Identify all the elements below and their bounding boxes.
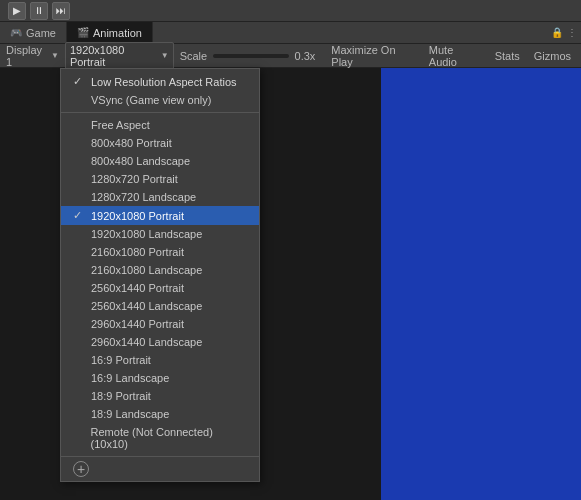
tab-animation-label: Animation: [93, 27, 142, 39]
tab-controls: 🔒 ⋮: [547, 22, 581, 43]
menu-item-2960x1440p-label: 2960x1440 Portrait: [91, 318, 184, 330]
scale-value: 0.3x: [295, 50, 316, 62]
menu-item-2560x1440l[interactable]: 2560x1440 Landscape: [61, 297, 259, 315]
menu-section-options: ✓ Low Resolution Aspect Ratios VSync (Ga…: [61, 69, 259, 113]
menu-item-18-9l[interactable]: 18:9 Landscape: [61, 405, 259, 423]
tab-game[interactable]: 🎮 Game: [0, 22, 67, 43]
play-button[interactable]: ▶: [8, 2, 26, 20]
menu-item-16-9p-label: 16:9 Portrait: [91, 354, 151, 366]
menu-item-16-9l-label: 16:9 Landscape: [91, 372, 169, 384]
step-button[interactable]: ⏭: [52, 2, 70, 20]
menu-item-18-9p[interactable]: 18:9 Portrait: [61, 387, 259, 405]
menu-item-800x480p-label: 800x480 Portrait: [91, 137, 172, 149]
menu-item-18-9l-label: 18:9 Landscape: [91, 408, 169, 420]
menu-item-18-9p-label: 18:9 Portrait: [91, 390, 151, 402]
display-arrow-icon: ▼: [51, 51, 59, 60]
menu-item-remote[interactable]: Remote (Not Connected) (10x10): [61, 423, 259, 453]
menu-item-1280x720p-label: 1280x720 Portrait: [91, 173, 178, 185]
menu-item-2560x1440l-label: 2560x1440 Landscape: [91, 300, 202, 312]
menu-item-low-res[interactable]: ✓ Low Resolution Aspect Ratios: [61, 72, 259, 91]
check-icon: ✓: [73, 75, 85, 88]
menu-item-2160x1080p-label: 2160x1080 Portrait: [91, 246, 184, 258]
menu-item-1280x720l[interactable]: 1280x720 Landscape: [61, 188, 259, 206]
animation-icon: 🎬: [77, 27, 89, 38]
lock-icon[interactable]: 🔒: [551, 27, 563, 38]
menu-item-2960x1440l-label: 2960x1440 Landscape: [91, 336, 202, 348]
tab-game-label: Game: [26, 27, 56, 39]
menu-item-2560x1440p[interactable]: 2560x1440 Portrait: [61, 279, 259, 297]
tab-animation[interactable]: 🎬 Animation: [67, 22, 153, 43]
menu-item-vsync[interactable]: VSync (Game view only): [61, 91, 259, 109]
menu-item-1280x720l-label: 1280x720 Landscape: [91, 191, 196, 203]
menu-item-800x480l-label: 800x480 Landscape: [91, 155, 190, 167]
add-resolution-button[interactable]: +: [73, 461, 89, 477]
menu-item-2160x1080l[interactable]: 2160x1080 Landscape: [61, 261, 259, 279]
top-toolbar: ▶ ⏸ ⏭: [0, 0, 581, 22]
menu-item-1280x720p[interactable]: 1280x720 Portrait: [61, 170, 259, 188]
menu-item-1920x1080l[interactable]: 1920x1080 Landscape: [61, 225, 259, 243]
scale-label: Scale: [180, 50, 208, 62]
resolution-label: 1920x1080 Portrait: [70, 44, 157, 68]
display-selector[interactable]: Display 1 ▼: [6, 44, 59, 68]
scale-slider[interactable]: [213, 54, 288, 58]
resolution-dropdown[interactable]: 1920x1080 Portrait ▼: [65, 42, 174, 70]
menu-item-2160x1080p[interactable]: 2160x1080 Portrait: [61, 243, 259, 261]
menu-item-2960x1440l[interactable]: 2960x1440 Landscape: [61, 333, 259, 351]
menu-item-2560x1440p-label: 2560x1440 Portrait: [91, 282, 184, 294]
check-selected-icon: ✓: [73, 209, 85, 222]
menu-section-resolutions: Free Aspect 800x480 Portrait 800x480 Lan…: [61, 113, 259, 457]
menu-item-16-9p[interactable]: 16:9 Portrait: [61, 351, 259, 369]
menu-item-2960x1440p[interactable]: 2960x1440 Portrait: [61, 315, 259, 333]
resolution-arrow-icon: ▼: [161, 51, 169, 60]
menu-add-section: +: [61, 457, 259, 481]
menu-item-1920x1080l-label: 1920x1080 Landscape: [91, 228, 202, 240]
menu-item-free-aspect[interactable]: Free Aspect: [61, 116, 259, 134]
tab-bar: 🎮 Game 🎬 Animation 🔒 ⋮: [0, 22, 581, 44]
maximize-button[interactable]: Maximize On Play: [327, 44, 418, 68]
pause-button[interactable]: ⏸: [30, 2, 48, 20]
menu-item-800x480p[interactable]: 800x480 Portrait: [61, 134, 259, 152]
menu-item-low-res-label: Low Resolution Aspect Ratios: [91, 76, 237, 88]
game-icon: 🎮: [10, 27, 22, 38]
control-bar: Display 1 ▼ 1920x1080 Portrait ▼ Scale 0…: [0, 44, 581, 68]
menu-item-1920x1080p-label: 1920x1080 Portrait: [91, 210, 184, 222]
tab-menu-icon[interactable]: ⋮: [567, 27, 577, 38]
menu-item-800x480l[interactable]: 800x480 Landscape: [61, 152, 259, 170]
menu-item-16-9l[interactable]: 16:9 Landscape: [61, 369, 259, 387]
display-label: Display 1: [6, 44, 48, 68]
menu-item-free-aspect-label: Free Aspect: [91, 119, 150, 131]
game-preview-blue: [381, 68, 581, 500]
stats-button[interactable]: Stats: [491, 50, 524, 62]
menu-item-remote-label: Remote (Not Connected) (10x10): [91, 426, 247, 450]
mute-button[interactable]: Mute Audio: [425, 44, 485, 68]
resolution-dropdown-menu: ✓ Low Resolution Aspect Ratios VSync (Ga…: [60, 68, 260, 482]
menu-item-2160x1080l-label: 2160x1080 Landscape: [91, 264, 202, 276]
menu-item-vsync-label: VSync (Game view only): [91, 94, 211, 106]
menu-item-1920x1080p[interactable]: ✓ 1920x1080 Portrait: [61, 206, 259, 225]
gizmos-button[interactable]: Gizmos: [530, 50, 575, 62]
